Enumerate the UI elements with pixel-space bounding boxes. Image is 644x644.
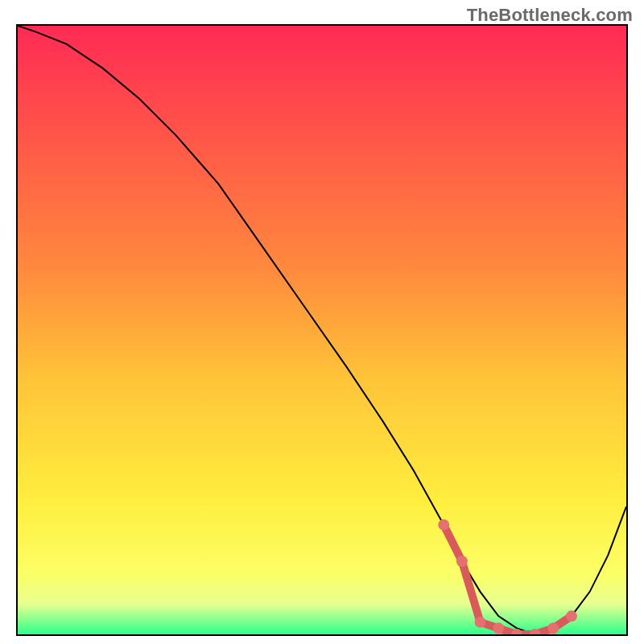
watermark-text: TheBottleneck.com (467, 5, 633, 26)
chart-stage: TheBottleneck.com (0, 0, 644, 644)
plot-area (16, 24, 628, 636)
marker-dot (475, 617, 486, 628)
marker-dot (438, 519, 449, 530)
marker-dot (547, 622, 559, 634)
gradient-rect (18, 26, 626, 634)
marker-dot (566, 610, 577, 621)
marker-dot (493, 622, 504, 634)
marker-dot (456, 555, 468, 567)
chart-svg (18, 26, 626, 634)
